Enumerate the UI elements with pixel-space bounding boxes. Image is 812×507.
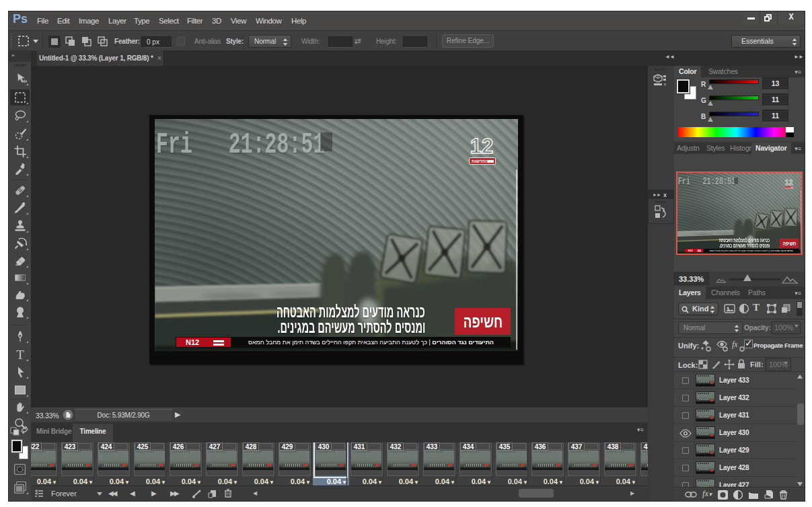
svg-text:fx: fx — [732, 340, 738, 349]
svg-text:T: T — [16, 348, 24, 361]
